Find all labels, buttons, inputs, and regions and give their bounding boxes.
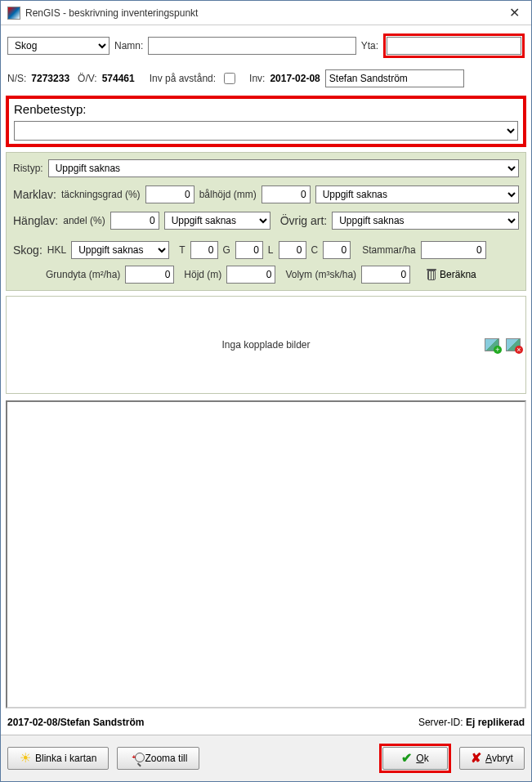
inv-person-input[interactable] bbox=[325, 69, 464, 87]
hanglav-andel-input[interactable] bbox=[110, 212, 159, 230]
ok-label: Ok bbox=[416, 753, 428, 764]
ristyp-row: Ristyp: Uppgift saknas bbox=[13, 159, 519, 177]
marklav-tg-label: täckningsgrad (%) bbox=[61, 189, 141, 200]
ok-button[interactable]: ✔ Ok bbox=[382, 747, 448, 770]
avbryt-button[interactable]: ✘ Avbryt bbox=[459, 747, 525, 770]
berakna-button[interactable]: Beräkna bbox=[427, 269, 476, 280]
zooma-button[interactable]: + Zooma till bbox=[117, 747, 199, 770]
c-label: C bbox=[311, 244, 319, 256]
namn-input[interactable] bbox=[148, 37, 355, 55]
berakna-label: Beräkna bbox=[440, 269, 476, 280]
renbetestyp-highlight: Renbetestyp: bbox=[6, 96, 526, 147]
marklav-balhojd-input[interactable] bbox=[262, 185, 311, 203]
app-icon bbox=[7, 7, 20, 20]
hanglav-row: Hänglav: andel (%) Uppgift saknas Övrig … bbox=[13, 212, 519, 230]
grundyta-input[interactable] bbox=[125, 266, 174, 284]
add-image-icon[interactable] bbox=[485, 338, 499, 351]
skog-row-1: Skog: HKL Uppgift saknas T G L C Stammar… bbox=[13, 241, 519, 259]
top-row-2: N/S: 7273233 Ö/V: 574461 Inv på avstånd:… bbox=[6, 66, 526, 91]
inv-date: 2017-02-08 bbox=[270, 73, 320, 84]
g-label: G bbox=[223, 244, 230, 256]
status-row: 2017-02-08/Stefan Sandström Server-ID: E… bbox=[6, 715, 526, 730]
marklav-tg-input[interactable] bbox=[145, 185, 194, 203]
sun-icon: ☀ bbox=[20, 752, 31, 765]
details-panel: Ristyp: Uppgift saknas Marklav: täckning… bbox=[6, 152, 526, 291]
l-input[interactable] bbox=[279, 241, 306, 259]
ristyp-select[interactable]: Uppgift saknas bbox=[48, 159, 519, 177]
l-label: L bbox=[268, 244, 274, 256]
app-window: RenGIS - beskrivning inventeringspunkt ✕… bbox=[0, 0, 532, 782]
avbryt-label: Avbryt bbox=[485, 753, 513, 764]
inv-label: Inv: bbox=[249, 73, 265, 84]
skog-label: Skog: bbox=[13, 244, 42, 257]
ov-value: 574461 bbox=[102, 73, 135, 84]
hanglav-status-select[interactable]: Uppgift saknas bbox=[164, 212, 270, 230]
renbetestyp-select[interactable] bbox=[14, 121, 518, 141]
hkl-label: HKL bbox=[47, 244, 66, 256]
marklav-status-select[interactable]: Uppgift saknas bbox=[315, 185, 519, 203]
top-row-1: Skog Namn: Yta: bbox=[6, 30, 526, 61]
skog-row-2: Grundyta (m²/ha) Höjd (m) Volym (m³sk/ha… bbox=[13, 266, 519, 284]
server-id-value: Ej replikerad bbox=[466, 717, 525, 728]
volym-input[interactable] bbox=[361, 266, 410, 284]
volym-label: Volym (m³sk/ha) bbox=[285, 269, 356, 280]
zooma-label: Zooma till bbox=[145, 753, 187, 764]
trash-icon bbox=[427, 269, 436, 280]
hanglav-andel-label: andel (%) bbox=[63, 215, 105, 226]
marklav-label: Marklav: bbox=[13, 188, 56, 201]
ov-label: Ö/V: bbox=[78, 73, 97, 84]
remove-image-icon[interactable] bbox=[506, 338, 521, 351]
yta-highlight bbox=[383, 34, 525, 58]
marklav-row: Marklav: täckningsgrad (%) bålhöjd (mm) … bbox=[13, 185, 519, 203]
t-input[interactable] bbox=[190, 241, 218, 259]
content-area: Skog Namn: Yta: N/S: 7273233 Ö/V: 574461… bbox=[1, 25, 531, 735]
blinka-button[interactable]: ☀ Blinka i kartan bbox=[7, 747, 109, 770]
no-images-label: Inga kopplade bilder bbox=[221, 339, 310, 351]
grundyta-label: Grundyta (m²/ha) bbox=[46, 269, 120, 280]
ns-value: 7273233 bbox=[31, 73, 69, 84]
status-right: Server-ID: Ej replikerad bbox=[418, 717, 525, 728]
server-id-label: Server-ID: bbox=[418, 717, 463, 728]
yta-input[interactable] bbox=[387, 37, 521, 55]
category-select[interactable]: Skog bbox=[7, 37, 110, 55]
stammar-label: Stammar/ha bbox=[362, 244, 415, 256]
ns-label: N/S: bbox=[7, 73, 26, 84]
renbetestyp-label: Renbetestyp: bbox=[14, 102, 518, 116]
notes-textarea[interactable] bbox=[6, 400, 526, 708]
titlebar: RenGIS - beskrivning inventeringspunkt ✕ bbox=[1, 1, 531, 25]
images-panel: Inga kopplade bilder bbox=[6, 296, 526, 394]
close-icon[interactable]: ✕ bbox=[504, 5, 525, 20]
check-icon: ✔ bbox=[401, 752, 412, 765]
g-input[interactable] bbox=[235, 241, 263, 259]
ok-highlight: ✔ Ok bbox=[379, 744, 451, 773]
magnifier-icon: + bbox=[129, 753, 141, 764]
hanglav-label: Hänglav: bbox=[13, 214, 58, 227]
inv-avstand-label: Inv på avstånd: bbox=[150, 73, 216, 84]
marklav-balhojd-label: bålhöjd (mm) bbox=[199, 189, 257, 200]
hojd-label: Höjd (m) bbox=[184, 269, 221, 280]
hojd-input[interactable] bbox=[226, 266, 275, 284]
window-title: RenGIS - beskrivning inventeringspunkt bbox=[25, 7, 504, 19]
stammar-input[interactable] bbox=[421, 241, 486, 259]
button-bar: ☀ Blinka i kartan + Zooma till ✔ Ok ✘ Av… bbox=[1, 735, 531, 781]
inv-avstand-checkbox[interactable] bbox=[224, 73, 235, 84]
c-input[interactable] bbox=[323, 241, 351, 259]
ovrig-art-label: Övrig art: bbox=[280, 214, 328, 227]
status-left: 2017-02-08/Stefan Sandström bbox=[7, 717, 418, 728]
ovrig-art-select[interactable]: Uppgift saknas bbox=[332, 212, 519, 230]
ristyp-label: Ristyp: bbox=[13, 163, 43, 174]
blinka-label: Blinka i kartan bbox=[35, 753, 96, 764]
t-label: T bbox=[179, 244, 185, 256]
x-icon: ✘ bbox=[471, 752, 481, 765]
hkl-select[interactable]: Uppgift saknas bbox=[71, 241, 169, 259]
yta-label: Yta: bbox=[361, 40, 378, 51]
namn-label: Namn: bbox=[114, 40, 143, 51]
